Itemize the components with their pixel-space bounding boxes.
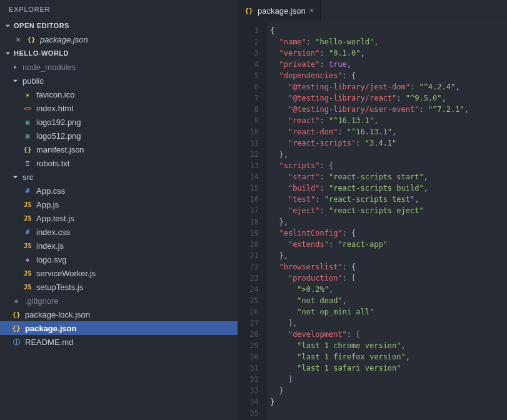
file-label: .gitignore — [25, 296, 58, 306]
info-icon: ⓘ — [11, 337, 21, 347]
open-editor-label: package.json — [40, 35, 88, 44]
tab-label: package.json — [258, 6, 306, 16]
image-icon: ▣ — [23, 117, 33, 127]
editor-pane: 1234567891011121314151617181920212223242… — [238, 21, 507, 420]
chevron-right-icon — [11, 64, 19, 70]
file-label: logo192.png — [36, 118, 81, 127]
file-tree-item[interactable]: {}manifest.json — [0, 142, 238, 156]
braces-icon: {} — [244, 6, 254, 16]
code-line: "eject": "react-scripts eject" — [270, 205, 507, 216]
chevron-down-icon — [11, 78, 19, 84]
code-line: "scripts": { — [270, 160, 507, 171]
file-tree-item[interactable]: {}package-lock.json — [0, 308, 238, 321]
js-icon: JS — [23, 199, 33, 209]
lines-icon: ≣ — [23, 158, 33, 168]
file-tree-item[interactable]: JSApp.js — [0, 198, 238, 211]
code-line: "browserslist": { — [270, 261, 507, 272]
file-label: node_modules — [23, 62, 76, 72]
file-label: manifest.json — [36, 145, 84, 154]
file-tree-item[interactable]: ▣logo512.png — [0, 129, 238, 142]
file-label: src — [23, 172, 33, 182]
code-line: "last 1 chrome version", — [270, 340, 507, 351]
file-tree-item[interactable]: #index.css — [0, 225, 238, 239]
file-label: serviceWorker.js — [36, 269, 96, 278]
file-label: logo512.png — [36, 131, 81, 141]
close-icon[interactable]: × — [14, 35, 23, 44]
code-line: { — [270, 25, 507, 36]
file-tree: node_modulespublic★favicon.ico<>index.ht… — [0, 60, 238, 420]
braces-icon: {} — [26, 34, 36, 44]
braces-icon: {} — [11, 323, 21, 333]
file-label: setupTests.js — [36, 282, 83, 292]
code-line: "private": true, — [270, 59, 507, 70]
tag-icon: <> — [23, 103, 33, 113]
project-label: HELLO-WORLD — [14, 49, 69, 57]
file-tree-item[interactable]: ◆logo.svg — [0, 252, 238, 266]
code-line: "version": "0.1.0", — [270, 48, 507, 59]
code-line: "start": "react-scripts start", — [270, 171, 507, 182]
close-icon[interactable]: × — [309, 6, 314, 15]
code-line: "react-dom": "^16.13.1", — [270, 126, 507, 138]
open-editors-section[interactable]: OPEN EDITORS — [0, 19, 238, 32]
file-label: App.test.js — [36, 214, 74, 223]
diamond-icon: ◆ — [23, 254, 33, 264]
code-line: "@testing-library/react": "^9.5.0", — [270, 92, 507, 104]
explorer-title: EXPLORER — [0, 0, 238, 19]
file-tree-item[interactable]: {}package.json — [0, 321, 238, 335]
file-tree-item[interactable]: ▣logo192.png — [0, 115, 238, 129]
file-label: package.json — [25, 324, 76, 333]
code-line: ], — [270, 318, 507, 329]
file-label: App.js — [36, 200, 59, 209]
file-label: index.html — [36, 104, 73, 113]
code-content[interactable]: { "name": "hello-world", "version": "0.1… — [268, 21, 507, 420]
file-tree-item[interactable]: JSserviceWorker.js — [0, 266, 238, 280]
file-tree-item[interactable]: ⓘREADME.md — [0, 335, 238, 349]
js-icon: JS — [23, 268, 33, 278]
code-line: "test": "react-scripts test", — [270, 194, 507, 205]
file-tree-item[interactable]: ★favicon.ico — [0, 88, 238, 101]
braces-icon: {} — [11, 309, 21, 319]
code-line: "react": "^16.13.1", — [270, 115, 507, 126]
code-line: } — [270, 396, 507, 408]
code-line: ] — [270, 374, 507, 385]
open-editor-row[interactable]: × {} package.json — [0, 32, 238, 46]
explorer-sidebar: EXPLORER OPEN EDITORS × {} package.json … — [0, 0, 238, 420]
file-label: logo.svg — [36, 255, 66, 264]
chevron-down-icon — [4, 23, 11, 29]
file-tree-item[interactable]: JSApp.test.js — [0, 211, 238, 225]
file-label: README.md — [25, 338, 73, 347]
code-line: "dependencies": { — [270, 70, 507, 81]
code-line: "build": "react-scripts build", — [270, 182, 507, 194]
file-tree-item[interactable]: ◈.gitignore — [0, 294, 238, 308]
file-tree-item[interactable]: #App.css — [0, 184, 238, 198]
git-icon: ◈ — [11, 296, 21, 306]
file-tree-item[interactable]: JSindex.js — [0, 239, 238, 252]
file-tree-item[interactable]: public — [0, 74, 238, 88]
code-line: "last 1 firefox version", — [270, 351, 507, 362]
file-tree-item[interactable]: src — [0, 170, 238, 184]
code-line: }, — [270, 250, 507, 261]
code-line: "not op_mini all" — [270, 306, 507, 318]
editor-area: {} package.json × 1234567891011121314151… — [238, 0, 507, 420]
code-line: "react-scripts": "3.4.1" — [270, 138, 507, 149]
code-line: "production": [ — [270, 272, 507, 284]
tab-package-json[interactable]: {} package.json × — [238, 0, 321, 21]
file-tree-item[interactable]: node_modules — [0, 60, 238, 74]
file-label: public — [23, 76, 44, 86]
code-line: "extends": "react-app" — [270, 239, 507, 250]
tab-bar: {} package.json × — [238, 0, 507, 21]
file-label: index.js — [36, 241, 64, 251]
project-section[interactable]: HELLO-WORLD — [0, 46, 238, 60]
file-tree-item[interactable]: ≣robots.txt — [0, 156, 238, 170]
file-tree-item[interactable]: JSsetupTests.js — [0, 280, 238, 294]
braces-icon: {} — [23, 144, 33, 154]
file-label: App.css — [36, 186, 65, 196]
code-line: ">0.2%", — [270, 284, 507, 295]
code-line: "eslintConfig": { — [270, 228, 507, 239]
file-tree-item[interactable]: <>index.html — [0, 101, 238, 115]
code-line: "@testing-library/user-event": "^7.2.1", — [270, 104, 507, 115]
js-icon: JS — [23, 282, 33, 292]
hash-icon: # — [23, 227, 33, 237]
code-line: "name": "hello-world", — [270, 36, 507, 48]
open-editors-label: OPEN EDITORS — [14, 22, 69, 29]
